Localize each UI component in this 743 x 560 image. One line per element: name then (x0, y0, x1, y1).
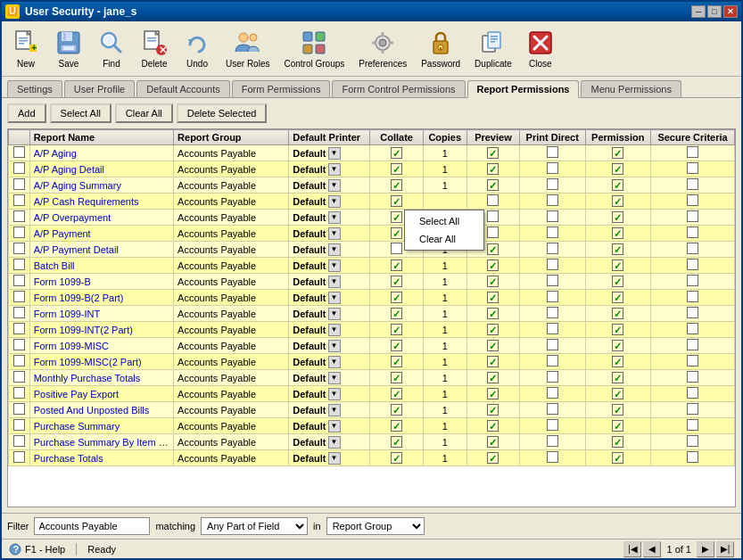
print-direct-cell[interactable] (520, 145, 586, 161)
print-direct-cell[interactable] (520, 226, 586, 242)
preview-cell[interactable]: ✓ (466, 338, 519, 354)
select-all-button[interactable]: Select All (50, 103, 111, 123)
default-printer-cell[interactable]: Default▼ (289, 450, 370, 466)
secure-criteria-cell[interactable] (651, 177, 735, 194)
row-select-checkbox[interactable] (9, 290, 30, 306)
nav-first-button[interactable]: |◀ (623, 541, 641, 557)
print-direct-cell[interactable] (520, 177, 586, 194)
secure-criteria-cell[interactable] (651, 450, 735, 466)
print-direct-cell[interactable] (520, 386, 586, 402)
row-select-checkbox[interactable] (9, 434, 30, 450)
permission-cell[interactable]: ✓ (585, 386, 651, 402)
permission-cell[interactable]: ✓ (585, 242, 651, 258)
delete-selected-button[interactable]: Delete Selected (177, 103, 268, 123)
default-printer-cell[interactable]: Default▼ (289, 338, 370, 354)
permission-cell[interactable]: ✓ (585, 306, 651, 322)
permission-cell[interactable]: ✓ (585, 370, 651, 386)
secure-criteria-cell[interactable] (651, 338, 735, 354)
secure-criteria-cell[interactable] (651, 274, 735, 290)
row-select-checkbox[interactable] (9, 210, 30, 226)
print-direct-cell[interactable] (520, 450, 586, 466)
row-select-checkbox[interactable] (9, 274, 30, 290)
secure-criteria-cell[interactable] (651, 145, 735, 161)
default-printer-cell[interactable]: Default▼ (289, 226, 370, 242)
undo-button[interactable]: Undo (178, 26, 216, 71)
row-select-checkbox[interactable] (9, 322, 30, 338)
row-select-checkbox[interactable] (9, 386, 30, 402)
user-roles-button[interactable]: User Roles (221, 26, 274, 71)
permission-cell[interactable]: ✓ (585, 434, 651, 450)
tab-report-permissions[interactable]: Report Permissions (467, 80, 580, 98)
collate-cell[interactable]: ✓ (370, 194, 423, 210)
new-button[interactable]: + New (7, 26, 45, 71)
tab-menu-permissions[interactable]: Menu Permissions (581, 80, 681, 97)
clear-all-button[interactable]: Clear All (115, 103, 173, 123)
duplicate-button[interactable]: Duplicate (470, 26, 516, 71)
default-printer-cell[interactable]: Default▼ (289, 274, 370, 290)
preview-cell[interactable]: ✓ (466, 450, 519, 466)
collate-cell[interactable]: ✓ (370, 354, 423, 370)
secure-criteria-cell[interactable] (651, 194, 735, 210)
default-printer-cell[interactable]: Default▼ (289, 306, 370, 322)
collate-cell[interactable]: ✓ (370, 258, 423, 274)
secure-criteria-cell[interactable] (651, 210, 735, 226)
default-printer-cell[interactable]: Default▼ (289, 402, 370, 418)
print-direct-cell[interactable] (520, 418, 586, 434)
permission-cell[interactable]: ✓ (585, 402, 651, 418)
permission-cell[interactable]: ✓ (585, 338, 651, 354)
default-printer-cell[interactable]: Default▼ (289, 290, 370, 306)
add-button[interactable]: Add (7, 103, 46, 123)
secure-criteria-cell[interactable] (651, 386, 735, 402)
secure-criteria-cell[interactable] (651, 258, 735, 274)
print-direct-cell[interactable] (520, 402, 586, 418)
preview-cell[interactable]: ✓ (466, 370, 519, 386)
default-printer-cell[interactable]: Default▼ (289, 434, 370, 450)
collate-cell[interactable]: ✓ (370, 274, 423, 290)
preview-cell[interactable]: ✓ (466, 145, 519, 161)
secure-criteria-cell[interactable] (651, 434, 735, 450)
secure-criteria-cell[interactable] (651, 226, 735, 242)
close-button[interactable]: ✕ (723, 5, 738, 18)
collate-cell[interactable]: ✓ (370, 290, 423, 306)
save-button[interactable]: Save (50, 26, 87, 71)
collate-cell[interactable]: ✓ (370, 402, 423, 418)
print-direct-cell[interactable] (520, 242, 586, 258)
default-printer-cell[interactable]: Default▼ (289, 370, 370, 386)
context-select-all[interactable]: Select All (405, 212, 483, 230)
password-button[interactable]: Password (417, 26, 465, 71)
minimize-button[interactable]: ─ (691, 5, 706, 18)
print-direct-cell[interactable] (520, 161, 586, 177)
preview-cell[interactable]: ✓ (466, 402, 519, 418)
table-scroll[interactable]: Report Name Report Group Default Printer… (8, 129, 735, 506)
permission-cell[interactable]: ✓ (585, 322, 651, 338)
maximize-button[interactable]: □ (707, 5, 722, 18)
row-select-checkbox[interactable] (9, 338, 30, 354)
print-direct-cell[interactable] (520, 290, 586, 306)
row-select-checkbox[interactable] (9, 354, 30, 370)
secure-criteria-cell[interactable] (651, 306, 735, 322)
permission-cell[interactable]: ✓ (585, 290, 651, 306)
default-printer-cell[interactable]: Default▼ (289, 258, 370, 274)
permission-cell[interactable]: ✓ (585, 450, 651, 466)
print-direct-cell[interactable] (520, 306, 586, 322)
secure-criteria-cell[interactable] (651, 402, 735, 418)
default-printer-cell[interactable]: Default▼ (289, 177, 370, 194)
default-printer-cell[interactable]: Default▼ (289, 322, 370, 338)
collate-cell[interactable]: ✓ (370, 338, 423, 354)
row-select-checkbox[interactable] (9, 242, 30, 258)
permission-cell[interactable]: ✓ (585, 258, 651, 274)
tab-user-profile[interactable]: User Profile (64, 80, 135, 97)
row-select-checkbox[interactable] (9, 450, 30, 466)
default-printer-cell[interactable]: Default▼ (289, 145, 370, 161)
permission-cell[interactable]: ✓ (585, 145, 651, 161)
row-select-checkbox[interactable] (9, 418, 30, 434)
preview-cell[interactable]: ✓ (466, 290, 519, 306)
print-direct-cell[interactable] (520, 322, 586, 338)
secure-criteria-cell[interactable] (651, 161, 735, 177)
collate-cell[interactable]: ✓ (370, 450, 423, 466)
context-clear-all[interactable]: Clear All (405, 230, 483, 248)
row-select-checkbox[interactable] (9, 145, 30, 161)
tab-form-control-permissions[interactable]: Form Control Permissions (332, 80, 465, 97)
permission-cell[interactable]: ✓ (585, 161, 651, 177)
print-direct-cell[interactable] (520, 274, 586, 290)
